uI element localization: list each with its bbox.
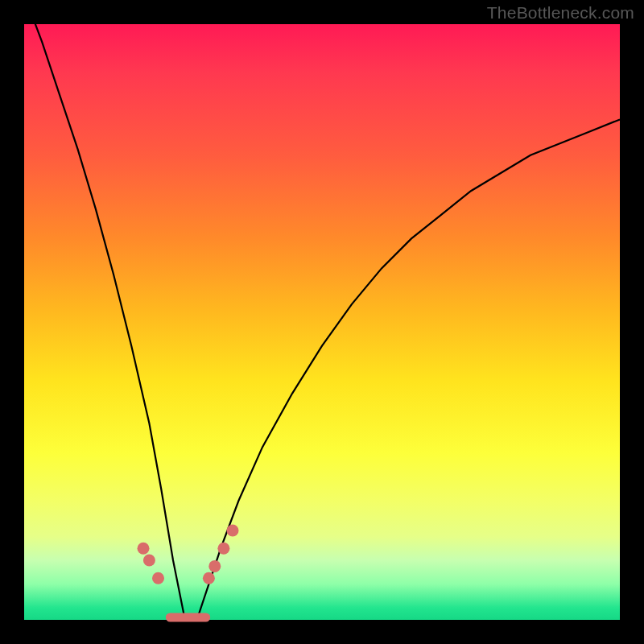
watermark-text: TheBottleneck.com [487, 3, 634, 23]
curve-marker [217, 543, 229, 555]
curve-marker [227, 525, 239, 537]
curve-marker [203, 572, 215, 584]
curve-marker [152, 572, 164, 584]
bottleneck-curve [24, 0, 620, 620]
curve-marker [208, 560, 221, 572]
curve-marker [143, 555, 155, 567]
curve-svg [24, 24, 620, 620]
curve-markers [138, 525, 239, 584]
plot-area [24, 24, 620, 620]
chart-frame: TheBottleneck.com [0, 0, 644, 644]
curve-marker [138, 543, 150, 555]
